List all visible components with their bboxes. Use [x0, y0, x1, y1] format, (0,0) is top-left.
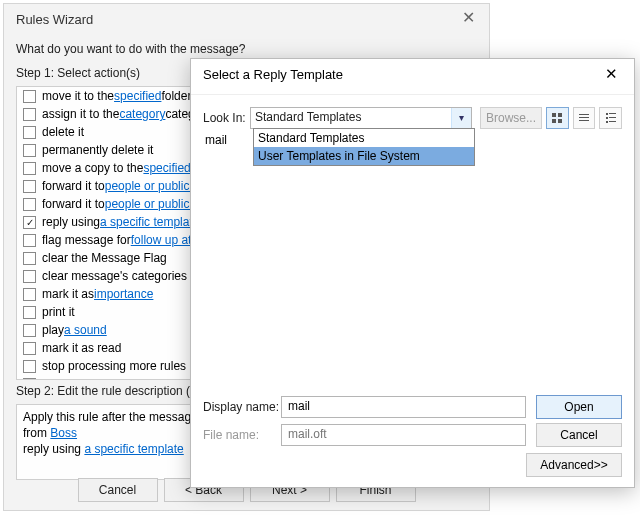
svg-rect-9 — [606, 117, 608, 119]
browse-button: Browse... — [480, 107, 542, 129]
checkbox[interactable] — [23, 252, 36, 265]
svg-rect-3 — [558, 119, 562, 123]
action-link[interactable]: specified — [143, 161, 190, 175]
svg-rect-0 — [552, 113, 556, 117]
checkbox[interactable] — [23, 378, 36, 381]
desc-from-pre: from — [23, 426, 50, 440]
list-item[interactable]: mail — [203, 131, 229, 149]
svg-rect-4 — [579, 114, 589, 115]
reply-template-dialog: Select a Reply Template ✕ Look In: Stand… — [190, 58, 635, 488]
filename-input: mail.oft — [281, 424, 526, 446]
reply-template-title: Select a Reply Template — [203, 67, 343, 82]
checkbox[interactable] — [23, 324, 36, 337]
checkbox[interactable] — [23, 144, 36, 157]
action-text: forward it to — [42, 179, 105, 193]
svg-rect-10 — [609, 117, 616, 118]
cancel-button[interactable]: Cancel — [536, 423, 622, 447]
checkbox[interactable] — [23, 108, 36, 121]
checkbox[interactable] — [23, 306, 36, 319]
reply-template-bottom: Display name: mail Open File name: mail.… — [203, 393, 622, 479]
checkbox[interactable]: ✓ — [23, 216, 36, 229]
action-text: forward it to — [42, 197, 105, 211]
close-icon[interactable]: ✕ — [453, 8, 483, 32]
chevron-down-icon[interactable]: ▾ — [451, 108, 471, 128]
checkbox[interactable] — [23, 180, 36, 193]
checkbox[interactable] — [23, 198, 36, 211]
checkbox[interactable] — [23, 342, 36, 355]
rules-wizard-titlebar: Rules Wizard ✕ — [4, 4, 489, 38]
checkbox[interactable] — [23, 126, 36, 139]
advanced-button[interactable]: Advanced>> — [526, 453, 622, 477]
reply-template-body: Look In: Standard Templates ▾ Browse... … — [191, 95, 634, 131]
close-icon[interactable]: ✕ — [596, 65, 626, 87]
open-button[interactable]: Open — [536, 395, 622, 419]
action-text: play — [42, 323, 64, 337]
action-text: stop processing more rules — [42, 359, 186, 373]
large-icons-view-button[interactable] — [546, 107, 569, 129]
action-text: move it to the — [42, 89, 114, 103]
lookin-select[interactable]: Standard Templates ▾ — [250, 107, 472, 129]
action-link[interactable]: category — [119, 107, 165, 121]
details-view-button[interactable] — [599, 107, 622, 129]
action-text: folder — [161, 89, 191, 103]
action-text: clear message's categories — [42, 269, 187, 283]
lookin-option[interactable]: User Templates in File System — [254, 147, 474, 165]
lookin-label: Look In: — [203, 111, 250, 125]
action-text: clear the Message Flag — [42, 251, 167, 265]
displayname-input[interactable]: mail — [281, 396, 526, 418]
checkbox[interactable] — [23, 162, 36, 175]
checkbox[interactable] — [23, 270, 36, 283]
action-text: display — [42, 377, 79, 380]
svg-rect-11 — [606, 121, 608, 123]
displayname-label: Display name: — [203, 400, 281, 414]
checkbox[interactable] — [23, 90, 36, 103]
action-text: mark it as — [42, 287, 94, 301]
checkbox[interactable] — [23, 288, 36, 301]
action-link[interactable]: a specific template — [100, 215, 199, 229]
svg-rect-1 — [558, 113, 562, 117]
svg-rect-5 — [579, 117, 589, 118]
template-list[interactable]: mail — [203, 131, 622, 389]
action-text: reply using — [42, 215, 100, 229]
rules-wizard-title: Rules Wizard — [16, 12, 93, 27]
svg-rect-6 — [579, 120, 589, 121]
desc-from-link[interactable]: Boss — [50, 426, 77, 440]
lookin-option[interactable]: Standard Templates — [254, 129, 474, 147]
lookin-options[interactable]: Standard Templates User Templates in Fil… — [253, 128, 475, 166]
reply-template-titlebar: Select a Reply Template ✕ — [191, 59, 634, 95]
svg-rect-7 — [606, 113, 608, 115]
action-text: delete it — [42, 125, 84, 139]
svg-rect-2 — [552, 119, 556, 123]
desc-reply-pre: reply using — [23, 442, 84, 456]
action-text: print it — [42, 305, 75, 319]
action-link[interactable]: a sound — [64, 323, 107, 337]
filename-label: File name: — [203, 428, 281, 442]
desc-reply-link[interactable]: a specific template — [84, 442, 183, 456]
svg-rect-8 — [609, 113, 616, 114]
action-text: mark it as read — [42, 341, 121, 355]
action-link[interactable]: a specific message — [79, 377, 181, 380]
action-link[interactable]: importance — [94, 287, 153, 301]
list-view-button[interactable] — [573, 107, 596, 129]
action-text: flag message for — [42, 233, 131, 247]
action-link[interactable]: specified — [114, 89, 161, 103]
action-text: assign it to the — [42, 107, 119, 121]
svg-rect-12 — [609, 121, 616, 122]
action-text: move a copy to the — [42, 161, 143, 175]
cancel-button[interactable]: Cancel — [78, 478, 158, 502]
action-text: permanently delete it — [42, 143, 153, 157]
lookin-value: Standard Templates — [255, 110, 362, 124]
checkbox[interactable] — [23, 234, 36, 247]
checkbox[interactable] — [23, 360, 36, 373]
